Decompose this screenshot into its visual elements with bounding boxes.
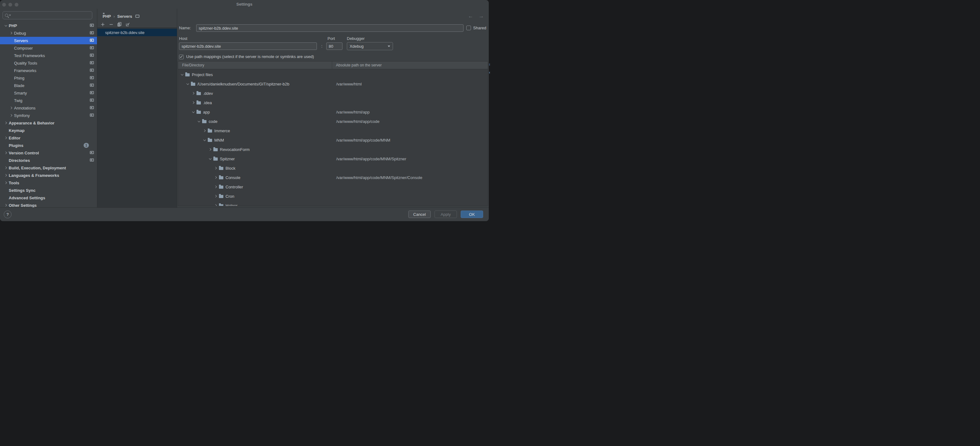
- remove-server-button[interactable]: [108, 22, 113, 27]
- chevron-icon[interactable]: [214, 185, 218, 189]
- chevron-icon[interactable]: [214, 204, 218, 206]
- folder-icon: [213, 158, 218, 161]
- sidebar-item-settings-sync[interactable]: Settings Sync: [0, 186, 97, 194]
- mapping-row-revocationform[interactable]: RevocationForm: [178, 145, 488, 154]
- settings-search[interactable]: [3, 11, 92, 19]
- chevron-icon[interactable]: [197, 119, 201, 123]
- sidebar-item-servers[interactable]: Servers: [0, 37, 97, 44]
- sidebar-item-annotations[interactable]: Annotations: [0, 104, 97, 112]
- port-field[interactable]: [326, 42, 342, 50]
- forward-icon[interactable]: →: [478, 13, 484, 19]
- mapping-row-idea[interactable]: .idea: [178, 98, 488, 107]
- mapping-row-project-files[interactable]: Project files: [178, 70, 488, 79]
- apply-button[interactable]: Apply: [434, 210, 457, 218]
- sidebar-item-frameworks[interactable]: Frameworks: [0, 67, 97, 74]
- sidebar-item-debug[interactable]: Debug: [0, 29, 97, 37]
- chevron-icon[interactable]: [4, 174, 8, 177]
- chevron-icon[interactable]: [4, 24, 8, 27]
- help-button[interactable]: ?: [4, 210, 11, 218]
- mapping-row-helper[interactable]: Helper: [178, 201, 488, 206]
- sidebar-item-appearance-behavior[interactable]: Appearance & Behavior: [0, 119, 97, 127]
- chevron-icon[interactable]: [186, 82, 190, 86]
- sidebar-item-editor[interactable]: Editor: [0, 134, 97, 142]
- chevron-icon[interactable]: [4, 151, 8, 155]
- mapping-row-block[interactable]: Block: [178, 163, 488, 173]
- chevron-icon[interactable]: [4, 181, 8, 185]
- sidebar-item-composer[interactable]: Composer: [0, 44, 97, 52]
- mapping-directory: Console: [226, 175, 240, 180]
- chevron-icon[interactable]: [4, 203, 8, 207]
- sidebar-item-test-frameworks[interactable]: Test Frameworks: [0, 52, 97, 59]
- server-list-item-spitzner-b2b-ddev-site[interactable]: spitzner-b2b.ddev.site: [97, 29, 177, 36]
- cancel-button[interactable]: Cancel: [408, 210, 431, 218]
- chevron-icon[interactable]: [214, 175, 218, 179]
- monitor-icon: [90, 68, 94, 72]
- chevron-icon[interactable]: [181, 73, 185, 76]
- back-icon[interactable]: ←: [468, 13, 474, 19]
- mapping-row-app[interactable]: app /var/www/html/app: [178, 107, 488, 117]
- debugger-select[interactable]: Xdebug: [347, 42, 393, 50]
- breadcrumb-separator: ›: [113, 14, 115, 19]
- chevron-icon[interactable]: [203, 138, 207, 142]
- sidebar-item-advanced-settings[interactable]: Advanced Settings: [0, 194, 97, 201]
- sidebar-item-php[interactable]: PHP: [0, 22, 97, 29]
- mapping-row-code[interactable]: code /var/www/html/app/code: [178, 117, 488, 126]
- chevron-icon[interactable]: [208, 148, 212, 151]
- mapping-row-controller[interactable]: Controller: [178, 182, 488, 191]
- chevron-icon: [10, 39, 13, 42]
- monitor-icon: [90, 84, 94, 87]
- sidebar-item-languages-frameworks[interactable]: Languages & Frameworks: [0, 172, 97, 179]
- monitor-icon: [90, 31, 94, 34]
- folder-icon: [219, 186, 223, 189]
- chevron-icon[interactable]: [208, 157, 212, 161]
- import-server-button[interactable]: [126, 22, 130, 27]
- add-server-button[interactable]: [100, 22, 105, 27]
- copy-server-button[interactable]: [117, 22, 122, 27]
- mapping-row-mnm[interactable]: MNM /var/www/html/app/code/MNM: [178, 135, 488, 145]
- mapping-row-users-danielknudsen-documents-git-spitzner-b2b[interactable]: /Users/danielknudsen/Documents/GIT/spitz…: [178, 79, 488, 89]
- sidebar-item-keymap[interactable]: Keymap: [0, 127, 97, 134]
- search-history-caret-icon[interactable]: [9, 15, 11, 16]
- monitor-icon: [90, 151, 94, 154]
- sidebar-item-version-control[interactable]: Version Control: [0, 149, 97, 156]
- chevron-icon[interactable]: [192, 110, 196, 114]
- sidebar-item-smarty[interactable]: Smarty: [0, 89, 97, 97]
- sidebar-item-directories[interactable]: Directories: [0, 156, 97, 164]
- breadcrumb-servers[interactable]: Servers: [117, 14, 132, 19]
- chevron-icon[interactable]: [4, 166, 8, 170]
- server-name-field[interactable]: [196, 24, 463, 32]
- chevron-icon[interactable]: [4, 136, 8, 140]
- chevron-icon[interactable]: [203, 129, 207, 132]
- ok-button[interactable]: OK: [461, 210, 483, 218]
- chevron-icon[interactable]: [10, 106, 13, 110]
- sidebar-item-blade[interactable]: Blade: [0, 82, 97, 89]
- chevron-icon[interactable]: [214, 194, 218, 198]
- mapping-row-cron[interactable]: Cron: [178, 191, 488, 201]
- shared-checkbox[interactable]: [466, 25, 471, 30]
- sidebar-item-plugins[interactable]: Plugins 1: [0, 142, 97, 149]
- sidebar-item-symfony[interactable]: Symfony: [0, 112, 97, 119]
- sidebar-item-phing[interactable]: Phing: [0, 74, 97, 82]
- chevron-icon[interactable]: [214, 166, 218, 170]
- chevron-icon: [10, 99, 13, 102]
- chevron-icon[interactable]: [10, 113, 13, 117]
- sidebar-item-label: Phing: [14, 76, 24, 80]
- chevron-icon[interactable]: [4, 121, 8, 125]
- chevron-icon[interactable]: [192, 91, 196, 95]
- mapping-row-console[interactable]: Console /var/www/html/app/code/MNM/Spitz…: [178, 173, 488, 182]
- search-input[interactable]: [13, 13, 92, 18]
- mapping-row-ddev[interactable]: .ddev: [178, 89, 488, 98]
- sidebar-item-tools[interactable]: Tools: [0, 179, 97, 186]
- mapping-row-immerce[interactable]: Immerce: [178, 126, 488, 135]
- chevron-icon[interactable]: [10, 31, 13, 35]
- chevron-icon[interactable]: [192, 101, 196, 105]
- sidebar-item-twig[interactable]: Twig: [0, 97, 97, 104]
- breadcrumb-php[interactable]: PHP: [103, 14, 111, 19]
- sidebar-item-other-settings[interactable]: Other Settings: [0, 201, 97, 207]
- mapping-server-path: /var/www/html/app/code/MNM/Spitzner/Cons…: [336, 175, 422, 180]
- mapping-row-spitzner[interactable]: Spitzner /var/www/html/app/code/MNM/Spit…: [178, 154, 488, 163]
- use-path-mappings-checkbox[interactable]: [179, 54, 184, 59]
- sidebar-item-quality-tools[interactable]: Quality Tools: [0, 59, 97, 67]
- host-field[interactable]: [179, 42, 317, 50]
- sidebar-item-build-execution-deployment[interactable]: Build, Execution, Deployment: [0, 164, 97, 172]
